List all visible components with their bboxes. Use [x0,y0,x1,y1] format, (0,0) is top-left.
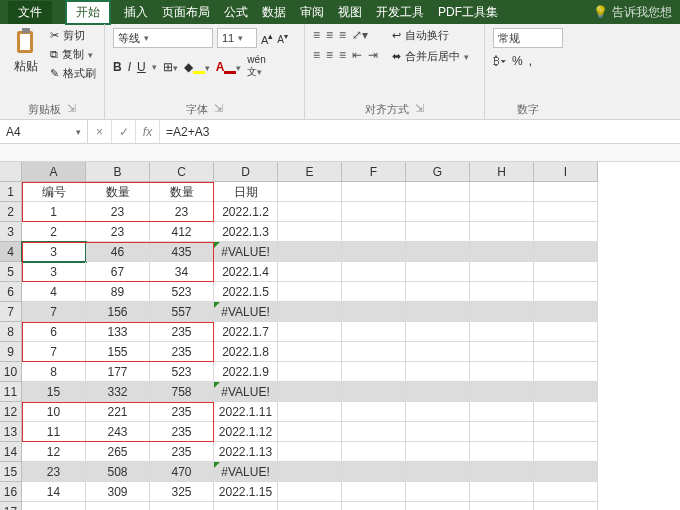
italic-button[interactable]: I [128,60,131,74]
cell-H8[interactable] [470,322,534,342]
cell-E4[interactable] [278,242,342,262]
decrease-font-icon[interactable]: A▾ [277,31,288,45]
cell-D17[interactable] [214,502,278,510]
accounting-format-icon[interactable]: ₿▾ [493,54,506,68]
align-launcher-icon[interactable]: ⇲ [415,102,424,117]
cell-D1[interactable]: 日期 [214,182,278,202]
tab-developer[interactable]: 开发工具 [376,4,424,21]
increase-indent-icon[interactable]: ⇥ [368,48,378,62]
cell-H9[interactable] [470,342,534,362]
bold-button[interactable]: B [113,60,122,74]
cell-F10[interactable] [342,362,406,382]
cell-G2[interactable] [406,202,470,222]
cell-I10[interactable] [534,362,598,382]
align-left-icon[interactable]: ≡ [313,48,320,62]
cell-I15[interactable] [534,462,598,482]
cell-C1[interactable]: 数量 [150,182,214,202]
cancel-formula-icon[interactable]: × [88,120,112,143]
cell-H10[interactable] [470,362,534,382]
cell-E7[interactable] [278,302,342,322]
cell-C8[interactable]: 235 [150,322,214,342]
row-header-3[interactable]: 3 [0,222,22,242]
cell-D4[interactable]: #VALUE! [214,242,278,262]
underline-button[interactable]: U [137,60,146,74]
cell-B16[interactable]: 309 [86,482,150,502]
col-header-C[interactable]: C [150,162,214,182]
cell-E10[interactable] [278,362,342,382]
cell-H5[interactable] [470,262,534,282]
clipboard-launcher-icon[interactable]: ⇲ [67,102,76,117]
cell-A12[interactable]: 10 [22,402,86,422]
cell-G1[interactable] [406,182,470,202]
cell-C11[interactable]: 758 [150,382,214,402]
tab-layout[interactable]: 页面布局 [162,4,210,21]
cell-G4[interactable] [406,242,470,262]
cell-A8[interactable]: 6 [22,322,86,342]
cell-D16[interactable]: 2022.1.15 [214,482,278,502]
row-header-9[interactable]: 9 [0,342,22,362]
cell-E13[interactable] [278,422,342,442]
row-header-10[interactable]: 10 [0,362,22,382]
cell-H16[interactable] [470,482,534,502]
cell-G9[interactable] [406,342,470,362]
cell-H1[interactable] [470,182,534,202]
cell-D12[interactable]: 2022.1.11 [214,402,278,422]
col-header-G[interactable]: G [406,162,470,182]
cell-E12[interactable] [278,402,342,422]
cell-D3[interactable]: 2022.1.3 [214,222,278,242]
number-format-combo[interactable]: 常规 [493,28,563,48]
phonetic-button[interactable]: wén文▾ [247,54,265,79]
cell-H2[interactable] [470,202,534,222]
cell-D5[interactable]: 2022.1.4 [214,262,278,282]
row-header-7[interactable]: 7 [0,302,22,322]
cell-B13[interactable]: 243 [86,422,150,442]
decrease-indent-icon[interactable]: ⇤ [352,48,362,62]
cell-C14[interactable]: 235 [150,442,214,462]
cell-I16[interactable] [534,482,598,502]
format-painter-button[interactable]: ✎格式刷 [50,66,96,81]
tab-formulas[interactable]: 公式 [224,4,248,21]
cell-H12[interactable] [470,402,534,422]
cell-E5[interactable] [278,262,342,282]
cell-A9[interactable]: 7 [22,342,86,362]
percent-format-icon[interactable]: % [512,54,523,68]
cell-A3[interactable]: 2 [22,222,86,242]
align-top-icon[interactable]: ≡ [313,28,320,42]
cell-G17[interactable] [406,502,470,510]
cell-E9[interactable] [278,342,342,362]
cell-I17[interactable] [534,502,598,510]
cell-I9[interactable] [534,342,598,362]
cell-C12[interactable]: 235 [150,402,214,422]
row-header-4[interactable]: 4 [0,242,22,262]
cell-H11[interactable] [470,382,534,402]
col-header-D[interactable]: D [214,162,278,182]
cell-E3[interactable] [278,222,342,242]
cell-E11[interactable] [278,382,342,402]
row-header-5[interactable]: 5 [0,262,22,282]
cell-G11[interactable] [406,382,470,402]
cell-A16[interactable]: 14 [22,482,86,502]
row-header-6[interactable]: 6 [0,282,22,302]
cell-E1[interactable] [278,182,342,202]
font-name-combo[interactable]: 等线▾ [113,28,213,48]
cell-F2[interactable] [342,202,406,222]
cell-A6[interactable]: 4 [22,282,86,302]
row-header-16[interactable]: 16 [0,482,22,502]
font-launcher-icon[interactable]: ⇲ [214,102,223,117]
cell-I14[interactable] [534,442,598,462]
cell-E16[interactable] [278,482,342,502]
name-box[interactable]: A4 ▾ [0,120,88,143]
cell-D11[interactable]: #VALUE! [214,382,278,402]
align-middle-icon[interactable]: ≡ [326,28,333,42]
cell-F17[interactable] [342,502,406,510]
tab-home[interactable]: 开始 [66,1,110,24]
row-header-14[interactable]: 14 [0,442,22,462]
cell-C6[interactable]: 523 [150,282,214,302]
cell-A14[interactable]: 12 [22,442,86,462]
cell-D10[interactable]: 2022.1.9 [214,362,278,382]
cell-B15[interactable]: 508 [86,462,150,482]
cell-C5[interactable]: 34 [150,262,214,282]
cell-C9[interactable]: 235 [150,342,214,362]
cell-C4[interactable]: 435 [150,242,214,262]
border-button[interactable]: ⊞▾ [163,60,178,74]
